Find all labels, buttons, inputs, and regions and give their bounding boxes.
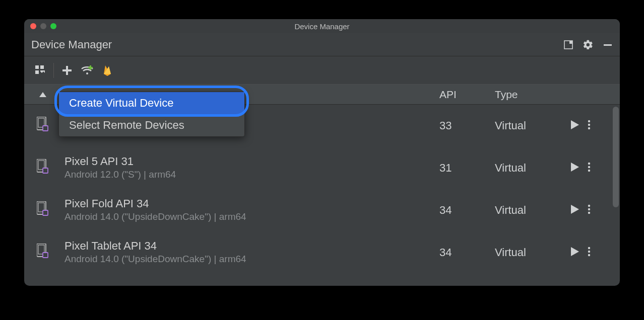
scrollbar[interactable] <box>612 105 619 286</box>
titlebar: Device Manager <box>24 19 620 33</box>
device-type-icon <box>24 120 61 132</box>
svg-rect-29 <box>43 210 48 215</box>
svg-point-31 <box>588 205 590 207</box>
svg-rect-1 <box>569 41 572 44</box>
svg-point-26 <box>588 170 590 172</box>
device-type-icon <box>24 247 61 259</box>
dropdown-item-0[interactable]: Create Virtual Device <box>59 92 244 114</box>
window-title: Device Manager <box>24 22 620 31</box>
minimize-window-button[interactable] <box>40 23 46 29</box>
dock-icon[interactable] <box>563 40 573 50</box>
svg-point-17 <box>588 120 590 122</box>
toolbar-separator <box>53 63 54 78</box>
device-name: Pixel Tablet API 34 <box>65 239 439 253</box>
play-icon[interactable] <box>570 162 579 174</box>
device-manager-window: Device Manager Device Manager <box>24 19 620 286</box>
svg-rect-4 <box>40 65 44 69</box>
svg-rect-15 <box>43 126 48 131</box>
svg-point-39 <box>588 251 590 253</box>
more-icon[interactable] <box>588 204 591 216</box>
close-window-button[interactable] <box>30 23 36 29</box>
device-row[interactable]: Pixel Fold API 34Android 14.0 ("UpsideDo… <box>24 189 620 231</box>
svg-marker-16 <box>571 120 579 129</box>
device-name: Pixel 5 API 31 <box>65 155 439 168</box>
device-type: Virtual <box>495 119 570 132</box>
device-type: Virtual <box>495 204 570 217</box>
svg-point-9 <box>86 72 88 74</box>
svg-rect-5 <box>35 70 39 74</box>
device-subtitle: Android 14.0 ("UpsideDownCake") | arm64 <box>65 253 439 266</box>
device-api: 34 <box>439 246 495 259</box>
device-api: 31 <box>439 162 495 175</box>
dropdown-item-1[interactable]: Select Remote Devices <box>59 114 244 136</box>
more-icon[interactable] <box>588 162 591 174</box>
minimize-panel-icon[interactable] <box>603 40 613 50</box>
panel-header: Device Manager <box>24 33 620 56</box>
svg-point-32 <box>588 208 590 210</box>
svg-marker-30 <box>571 205 579 214</box>
svg-marker-37 <box>571 247 579 256</box>
svg-rect-3 <box>35 65 39 69</box>
svg-rect-11 <box>88 67 93 68</box>
device-name: Pixel Fold API 34 <box>65 197 439 210</box>
zoom-window-button[interactable] <box>50 23 56 29</box>
svg-point-40 <box>588 254 590 256</box>
svg-point-24 <box>588 163 590 165</box>
svg-point-18 <box>588 124 590 126</box>
device-type-icon <box>24 204 61 216</box>
device-subtitle: Android 14.0 ("UpsideDownCake") | arm64 <box>65 211 439 223</box>
device-api: 33 <box>439 119 495 132</box>
play-icon[interactable] <box>570 120 579 132</box>
device-row[interactable]: Pixel Tablet API 34Android 14.0 ("Upside… <box>24 231 620 274</box>
device-api: 34 <box>439 204 495 217</box>
play-icon[interactable] <box>570 247 579 259</box>
more-icon[interactable] <box>588 120 591 132</box>
gear-icon[interactable] <box>583 39 594 50</box>
toolbar <box>24 56 620 85</box>
traffic-lights <box>24 23 56 29</box>
svg-marker-12 <box>39 92 46 97</box>
svg-rect-22 <box>43 168 48 173</box>
svg-point-19 <box>588 127 590 129</box>
device-type: Virtual <box>495 246 570 259</box>
grid-view-icon[interactable] <box>30 56 50 85</box>
play-icon[interactable] <box>570 204 579 216</box>
sort-indicator[interactable] <box>24 91 61 98</box>
svg-rect-8 <box>62 69 72 71</box>
panel-title: Device Manager <box>31 38 563 51</box>
svg-marker-23 <box>571 163 579 172</box>
firebase-icon[interactable] <box>97 56 117 85</box>
device-row[interactable]: Pixel 5 API 31Android 12.0 ("S") | arm64… <box>24 147 620 189</box>
svg-rect-2 <box>604 44 612 46</box>
device-subtitle: Android 12.0 ("S") | arm64 <box>65 169 439 181</box>
svg-point-33 <box>588 212 590 214</box>
wifi-pair-icon[interactable] <box>77 56 97 85</box>
device-type: Virtual <box>495 162 570 175</box>
device-type-icon <box>24 162 61 174</box>
more-icon[interactable] <box>588 247 591 259</box>
svg-marker-6 <box>40 70 45 73</box>
svg-point-38 <box>588 247 590 249</box>
scrollbar-thumb[interactable] <box>613 107 619 207</box>
add-device-button[interactable] <box>57 56 77 85</box>
column-api[interactable]: API <box>439 89 495 101</box>
add-device-menu: Create Virtual DeviceSelect Remote Devic… <box>58 92 245 137</box>
svg-point-25 <box>588 166 590 168</box>
column-type[interactable]: Type <box>495 89 570 101</box>
svg-rect-36 <box>43 253 48 258</box>
